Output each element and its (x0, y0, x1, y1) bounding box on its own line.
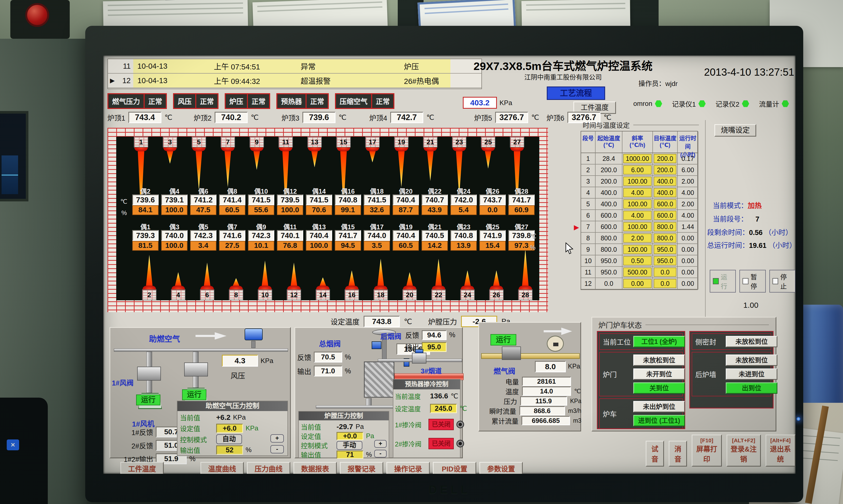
table-cell[interactable]: 600.0 (653, 199, 678, 210)
table-cell[interactable]: 800.0 (653, 233, 678, 244)
alarm-row[interactable]: ▶1210-04-13上午 09:44:32超温报警26#热电偶 (108, 74, 481, 88)
alarm-type: 超温报警 (297, 74, 400, 88)
thermocouple-output-pct: 60.9 (508, 205, 535, 215)
air-setpoint-input[interactable]: +6.0 (216, 424, 243, 433)
tab-8[interactable]: 参数设置 (479, 462, 523, 474)
system-button[interactable]: [Alt+F4]退出系统 (766, 434, 795, 467)
chamber-output-minus-button[interactable]: - (374, 450, 387, 457)
burner-port-icon (452, 147, 466, 151)
air-pressure-value: 4.3 (222, 355, 258, 367)
table-cell[interactable]: 500.00 (623, 267, 653, 278)
current-segment-marker: ▶ (574, 223, 579, 231)
alarm-row[interactable]: 1110-04-13上午 07:54:51异常炉压 (108, 59, 481, 74)
burner-port-icon (403, 286, 416, 289)
heat-exchanger-icon (364, 361, 394, 398)
air-output-minus-button[interactable]: - (270, 445, 284, 453)
table-cell: 4.00 (678, 187, 698, 199)
burner-port-icon (337, 147, 350, 151)
burner: 17 (365, 137, 380, 162)
table-cell[interactable]: 200.0 (653, 164, 678, 176)
chamber-output-plus-button[interactable]: + (374, 440, 387, 448)
chamber-setpoint-input[interactable]: +0.0 (337, 432, 363, 440)
table-cell[interactable]: 100.00 (623, 244, 653, 255)
table-cell[interactable]: 950.0 (653, 255, 678, 267)
pause-button[interactable]: 暂停 (739, 270, 766, 292)
air-output-plus-button[interactable]: + (270, 434, 284, 443)
valve1-view-icon[interactable] (456, 420, 464, 428)
tab-5[interactable]: 报警记录 (340, 462, 383, 474)
tab-1[interactable]: 工件温度 (120, 462, 164, 474)
table-cell[interactable]: 0.50 (623, 255, 653, 267)
system-button-label: 屏幕打印 (695, 444, 718, 464)
table-cell[interactable]: 400.0 (653, 176, 678, 187)
burner: 10 (257, 260, 272, 300)
gas-row-label: 瞬时流量 (480, 406, 516, 416)
table-cell: 400.0 (596, 199, 623, 210)
system-button[interactable]: 消音 (669, 441, 687, 467)
table-cell[interactable]: 400.0 (653, 187, 678, 199)
burner: 19 (394, 137, 409, 187)
burner-number: 19 (394, 137, 409, 147)
current-mode-row: 当前模式：加热 (713, 200, 761, 210)
thermocouple-temp: 741.7 (335, 230, 361, 241)
table-cell[interactable]: 4.00 (623, 187, 653, 199)
tab-4[interactable]: 数据报表 (293, 462, 337, 474)
roof-temp-value: 740.2 (215, 112, 248, 123)
thermocouple-temp: 742.3 (248, 230, 274, 241)
table-cell[interactable]: 100.00 (623, 199, 653, 210)
roof-temp-unit: ℃ (531, 113, 539, 122)
thermocouple-temp: 741.5 (364, 194, 390, 205)
table-cell[interactable]: 100.00 (623, 176, 653, 187)
table-cell[interactable]: 100.00 (623, 221, 653, 233)
table-cell[interactable]: 0.0 (653, 267, 678, 278)
table-cell[interactable]: 2.00 (623, 233, 653, 244)
tab-7[interactable]: PID设置 (433, 462, 476, 474)
burner-port-icon (229, 286, 243, 289)
tab-2[interactable]: 温度曲线 (200, 462, 244, 474)
process-flow-button[interactable]: 工艺流程 (547, 87, 605, 100)
system-buttons: 试音消音[F10]屏幕打印[ALT+F2]登录&注销[Alt+F4]退出系统 (646, 434, 795, 467)
table-cell[interactable]: 0.0 (653, 278, 678, 289)
table-cell: 950.0 (596, 267, 623, 278)
thermocouple-readout: 偶18741.532.6 (364, 186, 390, 215)
table-cell[interactable]: 800.0 (653, 221, 678, 233)
chamber-output-input[interactable]: 71 (337, 451, 363, 459)
table-cell[interactable]: 1000.00 (623, 153, 653, 164)
flame-icon (195, 151, 203, 190)
thermocouple-readout: 偶3740.0100.0 (161, 222, 187, 251)
emergency-stop-button[interactable] (25, 3, 49, 27)
power-led (796, 417, 801, 421)
system-button[interactable]: 试音 (646, 441, 664, 467)
run-button[interactable]: 运行 (710, 270, 736, 292)
burner: 20 (402, 272, 417, 300)
thermocouple-temp: 741.7 (508, 194, 535, 205)
burner-port-icon (279, 147, 292, 151)
table-cell[interactable]: 200.0 (653, 153, 678, 164)
chamber-mode-button[interactable]: 手动 (337, 441, 362, 450)
door-status-left: 当前工位工位1 (全炉)炉门未放松到位未开到位关到位炉车未出炉到位进到位 (工位… (597, 331, 685, 429)
tab-3[interactable]: 压力曲线 (247, 462, 290, 474)
system-button[interactable]: [ALT+F2]登录&注销 (727, 434, 761, 467)
valve2-view-icon[interactable] (456, 440, 464, 448)
table-cell[interactable]: 950.0 (653, 244, 678, 255)
burner-number: 16 (344, 289, 359, 300)
burner: 8 (229, 278, 244, 300)
table-cell: 12 (581, 278, 596, 289)
preheater-setpoint-input[interactable]: 245.0 (430, 404, 457, 413)
burner: 26 (489, 270, 504, 300)
table-cell[interactable]: 0.00 (623, 278, 653, 289)
gas-valve-label: 燃气阀 (494, 366, 515, 376)
table-cell[interactable]: 600.0 (653, 210, 678, 221)
table-cell[interactable]: 6.00 (623, 164, 653, 176)
system-button[interactable]: [F10]屏幕打印 (692, 434, 722, 467)
rear-valve-icon (412, 353, 426, 363)
table-cell[interactable]: 4.00 (623, 210, 653, 221)
burner-number: 17 (365, 137, 380, 147)
tab-6[interactable]: 操作记录 (387, 462, 430, 474)
thermocouple-temp: 742.0 (450, 194, 477, 205)
stop-button[interactable]: 停止 (769, 270, 795, 292)
thermocouple-readout: 偶4739.1100.0 (161, 186, 187, 215)
air-output-input[interactable]: 52 (216, 445, 243, 455)
burner-settings-button[interactable]: 烧嘴设定 (714, 124, 756, 137)
air-mode-button[interactable]: 自动 (216, 434, 242, 444)
